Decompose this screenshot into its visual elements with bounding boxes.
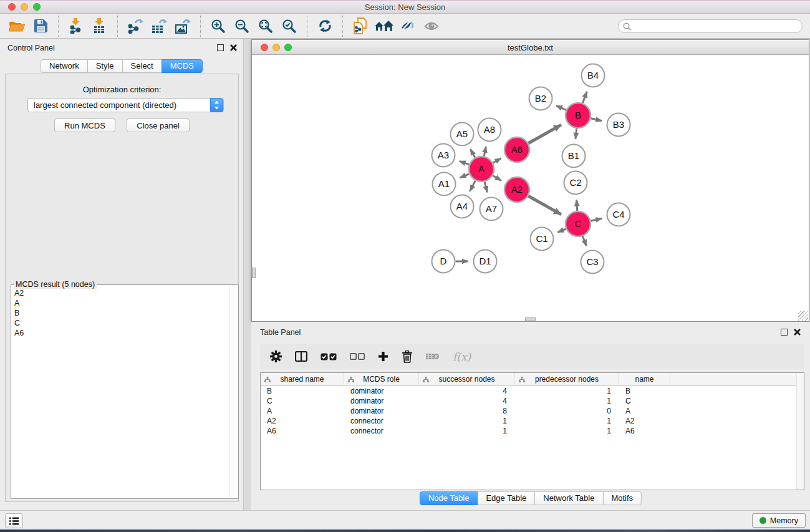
column-header-shared-name[interactable]: shared name — [261, 373, 344, 386]
cell-predecessor-nodes[interactable]: 1 — [515, 396, 619, 406]
graph-edge-C-C2[interactable] — [577, 200, 577, 211]
function-builder-button[interactable]: f(x) — [453, 347, 471, 367]
cell-name[interactable]: A2 — [619, 416, 670, 426]
cell-shared-name[interactable]: A6 — [261, 426, 344, 436]
delete-row-button[interactable] — [402, 347, 413, 367]
result-item[interactable]: B — [14, 308, 228, 318]
window-resize-grip[interactable] — [798, 311, 808, 321]
float-panel-icon[interactable] — [217, 44, 224, 51]
graph-node-A7[interactable]: A7 — [480, 198, 503, 221]
graph-edge-C-C1[interactable] — [557, 229, 566, 232]
delete-table-button[interactable] — [426, 347, 440, 367]
result-item[interactable]: A6 — [14, 328, 228, 338]
result-item[interactable]: A — [14, 298, 228, 308]
graph-edge-A-A8[interactable] — [484, 147, 486, 157]
cell-mcds-role[interactable]: connector — [344, 426, 419, 436]
export-table-button[interactable] — [147, 16, 171, 36]
table-scrollbar[interactable] — [796, 373, 804, 490]
graph-edge-B-B2[interactable] — [556, 105, 566, 110]
graph-node-A4[interactable]: A4 — [451, 195, 474, 218]
result-item[interactable]: A2 — [14, 288, 228, 298]
table-row[interactable]: B dominator 4 1 B — [261, 386, 804, 396]
run-mcds-button[interactable]: Run MCDS — [54, 118, 115, 132]
graph-edge-A-A1[interactable] — [460, 174, 470, 178]
tab-node-table[interactable]: Node Table — [420, 491, 478, 505]
graph-node-A6[interactable]: A6 — [504, 137, 529, 162]
result-item[interactable]: C — [14, 318, 228, 328]
graph-edge-C-C4[interactable] — [591, 218, 602, 221]
table-row[interactable]: C dominator 4 1 C — [261, 396, 804, 406]
open-file-button[interactable] — [5, 16, 29, 36]
tab-style[interactable]: Style — [87, 59, 123, 73]
graph-edge-A-A3[interactable] — [460, 161, 469, 165]
tab-edge-table[interactable]: Edge Table — [477, 491, 535, 505]
export-image-button[interactable] — [171, 16, 195, 36]
graph-node-C2[interactable]: C2 — [564, 172, 587, 195]
graph-node-A2[interactable]: A2 — [504, 177, 529, 202]
show-graphics-details-button[interactable] — [420, 16, 443, 36]
import-table-button[interactable] — [88, 16, 112, 36]
network-canvas[interactable]: AA1A2A3A4A5A6A7A8BB1B2B3B4CC1C2C3C4DD1 — [252, 56, 809, 321]
graph-edge-C-C3[interactable] — [582, 236, 586, 246]
search-input[interactable] — [634, 22, 796, 31]
show-column-button[interactable] — [295, 347, 307, 367]
cell-name[interactable]: A6 — [619, 426, 670, 436]
cell-shared-name[interactable]: C — [261, 396, 344, 406]
import-network-button[interactable] — [64, 16, 88, 36]
column-header-successor-nodes[interactable]: successor nodes — [419, 373, 515, 386]
float-table-panel-icon[interactable] — [781, 329, 788, 336]
canvas-left-handle[interactable] — [252, 268, 256, 278]
cell-predecessor-nodes[interactable]: 1 — [515, 426, 619, 436]
graph-edge-B-B4[interactable] — [582, 92, 587, 104]
close-panel-icon[interactable] — [229, 44, 238, 52]
graph-edge-A-A4[interactable] — [470, 181, 476, 191]
cell-shared-name[interactable]: A2 — [261, 416, 344, 426]
cell-predecessor-nodes[interactable]: 1 — [515, 416, 619, 426]
memory-button[interactable]: Memory — [752, 513, 806, 528]
zoom-selected-button[interactable] — [277, 16, 301, 36]
graph-node-B4[interactable]: B4 — [582, 64, 605, 87]
graph-node-C1[interactable]: C1 — [531, 228, 554, 251]
graph-node-D[interactable]: D — [432, 250, 455, 273]
zoom-fit-button[interactable] — [254, 16, 277, 36]
graph-edge-A-A7[interactable] — [485, 181, 487, 192]
graph-edge-A-A6[interactable] — [493, 158, 501, 163]
save-session-button[interactable] — [29, 16, 52, 36]
criterion-dropdown[interactable]: largest connected component (directed) — [27, 98, 224, 112]
cell-name[interactable]: B — [619, 386, 670, 396]
cell-successor-nodes[interactable]: 1 — [419, 426, 515, 436]
export-network-button[interactable] — [123, 16, 147, 36]
table-options-button[interactable] — [270, 347, 282, 367]
new-session-from-network-button[interactable] — [349, 16, 372, 36]
graph-edge-B-B1[interactable] — [576, 128, 577, 139]
panel-divider[interactable] — [244, 39, 251, 510]
graph-node-A5[interactable]: A5 — [451, 123, 474, 146]
column-header-mcds-role[interactable]: MCDS role — [344, 373, 419, 386]
cell-successor-nodes[interactable]: 4 — [419, 396, 515, 406]
graph-edge-A2-C[interactable] — [528, 196, 561, 215]
tab-motifs[interactable]: Motifs — [602, 491, 642, 505]
cell-successor-nodes[interactable]: 1 — [419, 416, 515, 426]
close-panel-button[interactable]: Close panel — [127, 118, 190, 132]
tab-select[interactable]: Select — [122, 59, 162, 73]
show-panels-button[interactable] — [5, 513, 23, 528]
graph-edge-A6-B[interactable] — [528, 125, 561, 143]
cell-shared-name[interactable]: B — [261, 386, 344, 396]
cell-mcds-role[interactable]: dominator — [344, 386, 419, 396]
cell-shared-name[interactable]: A — [261, 406, 344, 416]
tab-network[interactable]: Network — [41, 59, 88, 73]
select-all-button[interactable] — [321, 347, 337, 367]
refresh-view-button[interactable] — [313, 16, 337, 36]
graph-node-B3[interactable]: B3 — [607, 114, 630, 137]
cell-mcds-role[interactable]: connector — [344, 416, 419, 426]
graph-node-C3[interactable]: C3 — [581, 251, 604, 274]
add-row-button[interactable] — [378, 347, 388, 367]
graph-node-C[interactable]: C — [566, 211, 591, 236]
graph-node-A8[interactable]: A8 — [478, 118, 501, 142]
canvas-bottom-handle[interactable] — [525, 317, 536, 321]
graph-node-B2[interactable]: B2 — [529, 87, 552, 110]
cybrowser-home-button[interactable] — [372, 16, 396, 36]
cell-mcds-role[interactable]: dominator — [344, 396, 419, 406]
table-row[interactable]: A6 connector 1 1 A6 — [261, 426, 804, 436]
result-scrollbar[interactable] — [229, 286, 238, 497]
